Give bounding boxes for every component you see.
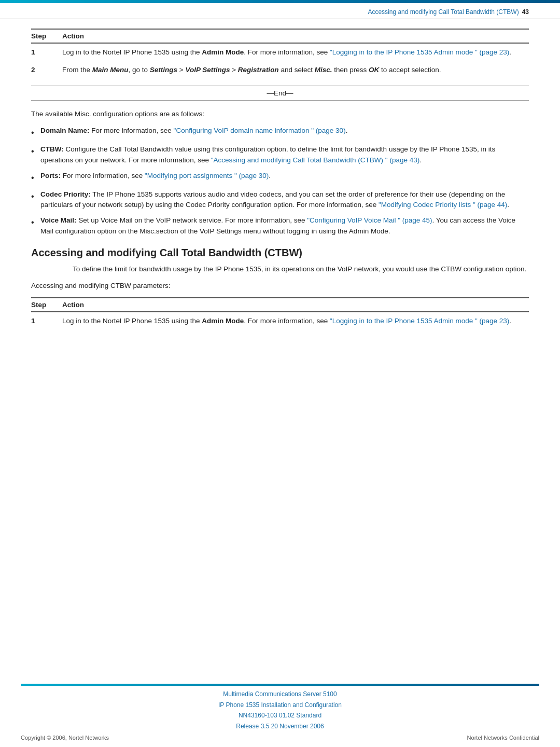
bold-italic-text: Registration bbox=[238, 66, 279, 74]
step-num: 1 bbox=[31, 312, 62, 330]
footer-line2: IP Phone 1535 Installation and Configura… bbox=[0, 700, 560, 710]
page-header: Accessing and modifying Call Total Bandw… bbox=[0, 3, 560, 19]
bullet-content: Voice Mail: Set up Voice Mail on the VoI… bbox=[40, 215, 529, 237]
header-page-num: 43 bbox=[522, 8, 529, 16]
step-table-2: Step Action 1 Log in to the Nortel IP Ph… bbox=[31, 297, 529, 330]
bullet-label: Ports: bbox=[40, 172, 61, 179]
list-item: • CTBW: Configure the Call Total Bandwid… bbox=[31, 144, 529, 165]
footer-center: Multimedia Communications Server 5100 IP… bbox=[0, 686, 560, 734]
col-step-1: Step bbox=[31, 29, 62, 43]
main-content: Step Action 1 Log in to the Nortel IP Ph… bbox=[0, 19, 560, 348]
link-domain-name[interactable]: "Configuring VoIP domain name informatio… bbox=[174, 127, 346, 134]
bullet-dot: • bbox=[31, 216, 40, 229]
bold-italic-text: Settings bbox=[150, 66, 177, 74]
bullet-list: • Domain Name: For more information, see… bbox=[31, 126, 529, 237]
bullet-dot: • bbox=[31, 190, 40, 203]
bullet-dot: • bbox=[31, 172, 40, 184]
col-action-1: Action bbox=[62, 29, 529, 43]
table-row: 2 From the Main Menu, go to Settings > V… bbox=[31, 61, 529, 79]
end-divider: —End— bbox=[31, 86, 529, 101]
end-label: —End— bbox=[267, 89, 293, 97]
bold-italic-text: Main Menu bbox=[92, 66, 129, 74]
link-ports[interactable]: "Modifying port assignments " (page 30) bbox=[145, 172, 269, 179]
bullet-content: Codec Priority: The IP Phone 1535 suppor… bbox=[40, 189, 529, 211]
bold-text: Admin Mode bbox=[202, 317, 244, 325]
step-action: Log in to the Nortel IP Phone 1535 using… bbox=[62, 312, 529, 330]
table-row: 1 Log in to the Nortel IP Phone 1535 usi… bbox=[31, 312, 529, 330]
page: Accessing and modifying Call Total Bandw… bbox=[0, 0, 560, 747]
section-intro-para: To define the limit for bandwidth usage … bbox=[73, 264, 529, 274]
list-item: • Ports: For more information, see "Modi… bbox=[31, 171, 529, 184]
bullet-label: Codec Priority: bbox=[40, 190, 91, 198]
link-admin-mode-2[interactable]: "Logging in to the IP Phone 1535 Admin m… bbox=[330, 317, 509, 325]
footer-line3: NN43160-103 01.02 Standard bbox=[0, 710, 560, 721]
footer-left: Copyright © 2006, Nortel Networks bbox=[21, 735, 109, 741]
list-item: • Codec Priority: The IP Phone 1535 supp… bbox=[31, 189, 529, 211]
list-item: • Domain Name: For more information, see… bbox=[31, 126, 529, 139]
step-num: 1 bbox=[31, 43, 62, 61]
section-heading: Accessing and modifying Call Total Bandw… bbox=[31, 247, 529, 259]
step-action: Log in to the Nortel IP Phone 1535 using… bbox=[62, 43, 529, 61]
footer-line1: Multimedia Communications Server 5100 bbox=[0, 689, 560, 699]
link-admin-mode-1[interactable]: "Logging in to the IP Phone 1535 Admin m… bbox=[330, 48, 509, 56]
bullet-content: CTBW: Configure the Call Total Bandwidth… bbox=[40, 144, 529, 165]
col-action-2: Action bbox=[62, 298, 529, 312]
step-num: 2 bbox=[31, 61, 62, 79]
ctbw-para: Accessing and modifying CTBW parameters: bbox=[31, 281, 529, 291]
bold-text: Admin Mode bbox=[202, 48, 244, 56]
bullet-content: Domain Name: For more information, see "… bbox=[40, 126, 529, 136]
footer-line4: Release 3.5 20 November 2006 bbox=[0, 721, 560, 731]
page-footer: Multimedia Communications Server 5100 IP… bbox=[0, 684, 560, 747]
table-row: 1 Log in to the Nortel IP Phone 1535 usi… bbox=[31, 43, 529, 61]
link-ctbw[interactable]: "Accessing and modifying Call Total Band… bbox=[211, 156, 420, 164]
header-title: Accessing and modifying Call Total Bandw… bbox=[368, 8, 519, 16]
footer-sides: Copyright © 2006, Nortel Networks Nortel… bbox=[0, 734, 560, 747]
intro-paragraph: The available Misc. configuration option… bbox=[31, 109, 529, 119]
section-intro: To define the limit for bandwidth usage … bbox=[73, 264, 529, 274]
col-step-2: Step bbox=[31, 298, 62, 312]
step-action: From the Main Menu, go to Settings > VoI… bbox=[62, 61, 529, 79]
bullet-label: Domain Name: bbox=[40, 127, 90, 134]
link-voicemail[interactable]: "Configuring VoIP Voice Mail " (page 45) bbox=[307, 216, 432, 224]
link-codec[interactable]: "Modifying Codec Priority lists " (page … bbox=[379, 201, 507, 209]
bold-italic-text: VoIP Settings bbox=[185, 66, 230, 74]
bold-italic-text: Misc. bbox=[315, 66, 332, 74]
step-table-1: Step Action 1 Log in to the Nortel IP Ph… bbox=[31, 29, 529, 78]
bullet-dot: • bbox=[31, 145, 40, 158]
bullet-label: CTBW: bbox=[40, 145, 64, 153]
bullet-dot: • bbox=[31, 127, 40, 139]
bullet-label: Voice Mail: bbox=[40, 216, 77, 224]
list-item: • Voice Mail: Set up Voice Mail on the V… bbox=[31, 215, 529, 237]
bold-italic-text: OK bbox=[369, 66, 379, 74]
bullet-content: Ports: For more information, see "Modify… bbox=[40, 171, 529, 181]
footer-right: Nortel Networks Confidential bbox=[467, 735, 539, 741]
